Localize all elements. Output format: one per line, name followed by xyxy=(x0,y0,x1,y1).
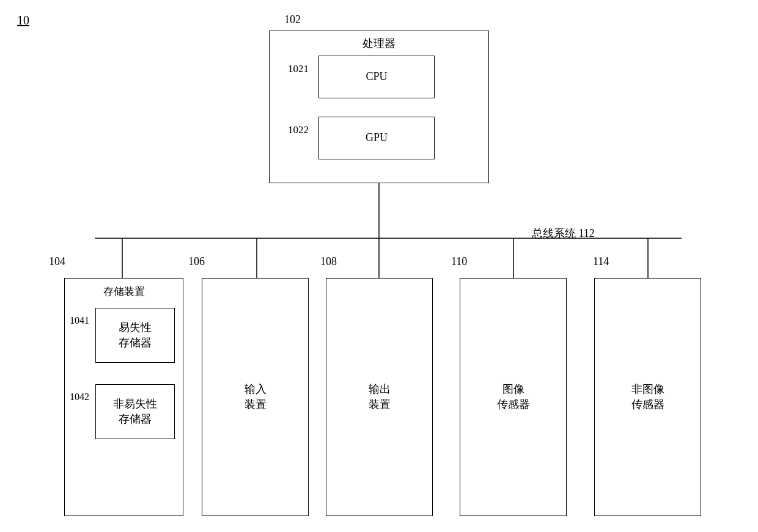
storage-label: 存储装置 xyxy=(71,285,177,299)
volatile-id-label: 1041 xyxy=(70,315,89,326)
image-sensor-box: 图像 传感器 xyxy=(460,278,567,516)
gpu-label: GPU xyxy=(366,130,388,145)
input-box: 输入 装置 xyxy=(202,278,309,516)
input-label: 输入 装置 xyxy=(245,382,267,412)
nonvolatile-id-label: 1042 xyxy=(70,392,89,403)
input-id-label: 106 xyxy=(188,255,205,268)
cpu-id-label: 1021 xyxy=(288,63,309,75)
non-image-sensor-box: 非图像 传感器 xyxy=(594,278,701,516)
volatile-label: 易失性 存储器 xyxy=(119,320,152,351)
nonvolatile-box: 非易失性 存储器 xyxy=(95,384,175,439)
cpu-box: CPU xyxy=(318,56,435,98)
non-image-sensor-label: 非图像 传感器 xyxy=(631,382,664,412)
storage-id-label: 104 xyxy=(49,255,65,268)
output-id-label: 108 xyxy=(320,255,337,268)
nonvolatile-label: 非易失性 存储器 xyxy=(113,396,157,427)
gpu-id-label: 1022 xyxy=(288,124,309,136)
processor-box: 处理器 1021 CPU 1022 GPU xyxy=(269,31,489,183)
bus-label: 总线系统 112 xyxy=(532,226,595,241)
storage-box: 存储装置 1041 易失性 存储器 1042 非易失性 存储器 xyxy=(64,278,183,516)
diagram: 10 102 处理器 1021 CPU 1022 GPU 总线系统 112 10… xyxy=(0,0,758,532)
processor-id-label: 102 xyxy=(284,13,301,26)
volatile-box: 易失性 存储器 xyxy=(95,308,175,363)
output-label: 输出 装置 xyxy=(369,382,391,412)
output-box: 输出 装置 xyxy=(326,278,433,516)
system-label: 10 xyxy=(17,13,29,27)
image-sensor-label: 图像 传感器 xyxy=(497,382,530,412)
non-image-sensor-id-label: 114 xyxy=(593,255,609,268)
image-sensor-id-label: 110 xyxy=(451,255,467,268)
gpu-box: GPU xyxy=(318,117,435,159)
processor-label: 处理器 xyxy=(270,36,488,51)
cpu-label: CPU xyxy=(366,69,387,84)
